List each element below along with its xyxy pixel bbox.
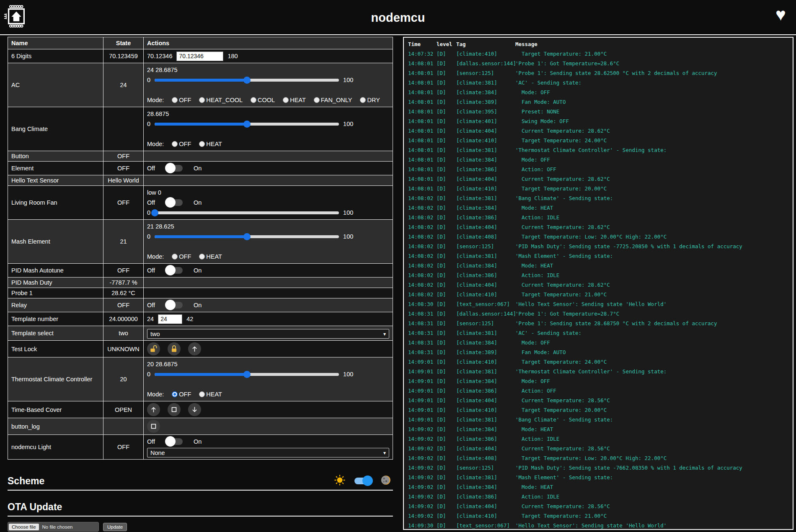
slider-thumb[interactable] <box>243 121 251 128</box>
log-row: 14:08:02[D][climate:381]'Bang Climate' -… <box>408 193 793 203</box>
entity-actions <box>144 175 393 186</box>
radio-icon[interactable] <box>172 254 178 260</box>
log-level: [D] <box>437 232 456 242</box>
radio-icon[interactable] <box>360 97 366 103</box>
mode-radio-cool[interactable]: COOL <box>251 97 275 103</box>
radio-icon[interactable] <box>199 97 205 103</box>
slider-thumb[interactable] <box>243 233 251 240</box>
log-header: TimelevelTagMessage <box>408 39 793 49</box>
mode-label: Mode: <box>147 391 164 398</box>
mode-radio-dry[interactable]: DRY <box>360 97 380 103</box>
radio-icon[interactable] <box>283 97 289 103</box>
slider[interactable] <box>155 211 339 214</box>
mode-label: Mode: <box>147 253 164 260</box>
lock-closed-button[interactable] <box>168 342 181 355</box>
number-input[interactable] <box>176 51 223 61</box>
log-row: 14:08:02[D][climate:381]'Mash Element' -… <box>408 251 793 261</box>
slider[interactable] <box>155 373 339 376</box>
mode-option-label: HEAT <box>206 391 222 398</box>
log-panel[interactable]: TimelevelTagMessage 14:07:32[D][climate:… <box>403 37 793 530</box>
slider[interactable] <box>155 123 339 126</box>
toggle-switch[interactable] <box>166 438 183 445</box>
toggle-switch[interactable] <box>166 267 183 274</box>
mode-radio-fan_only[interactable]: FAN_ONLY <box>314 97 352 103</box>
entity-actions <box>144 418 393 435</box>
radio-icon[interactable] <box>172 141 178 147</box>
log-level: [D] <box>437 145 456 155</box>
log-tag: [climate:381] <box>456 473 515 482</box>
toggle-knob[interactable] <box>165 197 176 208</box>
log-level: [D] <box>437 309 456 319</box>
scheme-toggle[interactable] <box>354 478 371 484</box>
toggle-switch[interactable] <box>166 165 183 172</box>
toggle-switch[interactable] <box>166 199 183 206</box>
log-level: [D] <box>437 444 456 453</box>
mode-radio-heat[interactable]: HEAT <box>199 253 222 260</box>
stop-square-button[interactable] <box>168 403 181 416</box>
entity-state: 70.123459 <box>103 49 144 63</box>
mode-option-label: COOL <box>258 97 275 103</box>
mode-radio-heat[interactable]: HEAT <box>199 141 222 147</box>
lock-open-button[interactable] <box>147 342 160 355</box>
mode-label: Mode: <box>147 97 164 103</box>
radio-icon[interactable] <box>199 391 205 397</box>
toggle-knob[interactable] <box>165 163 176 173</box>
slider-thumb[interactable] <box>243 77 251 84</box>
toggle-knob[interactable] <box>165 436 176 447</box>
toggle-knob[interactable] <box>165 300 176 310</box>
toggle-switch[interactable] <box>166 302 183 308</box>
table-row: Mash Element2121 28.6250100Mode:OFFHEAT <box>8 220 393 264</box>
mode-radio-off[interactable]: OFF <box>172 391 191 398</box>
choose-file-button[interactable]: Choose file <box>9 524 39 530</box>
mode-option-label: HEAT <box>206 253 222 260</box>
entity-actions <box>144 401 393 418</box>
log-time: 14:08:02 <box>408 193 437 203</box>
update-button[interactable]: Update <box>103 523 127 531</box>
select-dropdown[interactable]: None▾ <box>147 448 389 457</box>
slider[interactable] <box>155 79 339 82</box>
entity-name: Living Room Fan <box>8 186 103 220</box>
mode-radio-off[interactable]: OFF <box>172 253 191 260</box>
number-input[interactable] <box>158 314 182 324</box>
radio-icon[interactable] <box>314 97 320 103</box>
mode-radio-heat[interactable]: HEAT <box>283 97 306 103</box>
log-level: [D] <box>437 242 456 251</box>
entity-name: Template select <box>8 326 103 341</box>
radio-icon[interactable] <box>199 141 205 147</box>
mode-option-label: HEAT_COOL <box>206 97 243 103</box>
table-row: PID Mash AutotuneOFFOffOn <box>8 264 393 278</box>
value-label: 24 28.6875 <box>147 65 389 75</box>
arrow-down-button[interactable] <box>188 403 201 416</box>
mode-option-label: HEAT <box>290 97 306 103</box>
arrow-up-button[interactable] <box>147 403 160 416</box>
toggle-knob[interactable] <box>165 265 176 275</box>
select-value: None <box>150 450 165 456</box>
mode-radio-off[interactable]: OFF <box>172 97 191 103</box>
mode-radio-heat_cool[interactable]: HEAT_COOL <box>199 97 243 103</box>
entity-name: 6 Digits <box>8 49 103 63</box>
log-time: 14:08:01 <box>408 136 437 145</box>
log-message: Target Temperature: 24.00°C <box>515 357 793 367</box>
radio-icon[interactable] <box>199 254 205 260</box>
mode-option-label: OFF <box>179 97 191 103</box>
slider-thumb[interactable] <box>243 371 251 378</box>
stop-square-button[interactable] <box>147 420 160 433</box>
log-level: [D] <box>437 482 456 492</box>
log-row: 14:08:30[D][text_sensor:067]'Hello Text … <box>408 299 793 309</box>
select-dropdown[interactable]: two▾ <box>147 329 389 339</box>
ota-section: OTA Update <box>8 501 393 517</box>
radio-icon[interactable] <box>172 391 178 397</box>
mode-radio-heat[interactable]: HEAT <box>199 391 222 398</box>
firmware-file-input[interactable]: Choose file No file chosen <box>8 522 99 532</box>
entity-actions: 70.12346180 <box>144 49 393 63</box>
slider-thumb[interactable] <box>151 209 158 216</box>
log-tag: [climate:404] <box>456 444 515 453</box>
mode-radio-off[interactable]: OFF <box>172 141 191 147</box>
entity-actions <box>144 288 393 298</box>
log-row: 14:09:02[D][climate:408] Target Temperat… <box>408 453 793 463</box>
arrow-up-button[interactable] <box>188 342 201 355</box>
log-message: Action: IDLE <box>515 270 793 280</box>
radio-icon[interactable] <box>172 97 178 103</box>
radio-icon[interactable] <box>251 97 256 103</box>
slider[interactable] <box>155 235 339 238</box>
